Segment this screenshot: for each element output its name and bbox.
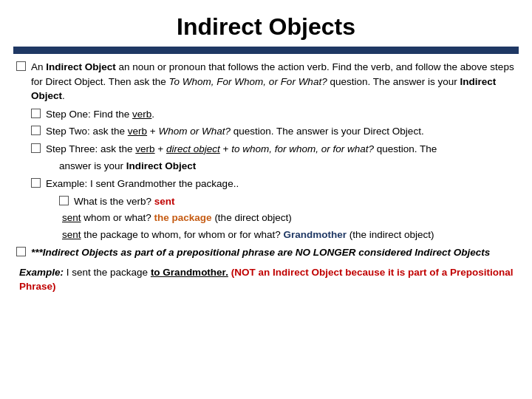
blue-bar [13, 47, 519, 54]
page: Indirect Objects An Indirect Object an n… [0, 0, 532, 399]
bullet-6: Example: I sent Grandmother the package.… [31, 177, 516, 191]
bullet-2: Step One: Find the verb. [31, 107, 516, 122]
bullet-8: sent whom or what? the package (the dire… [59, 211, 516, 225]
bullet-text-6: Example: I sent Grandmother the package.… [46, 177, 516, 191]
bullet-text-11: Example: I sent the package to Grandmoth… [19, 267, 514, 293]
page-title: Indirect Objects [13, 7, 519, 47]
bullet-1: An Indirect Object an noun or pronoun th… [16, 60, 516, 103]
bullet-10: ***Indirect Objects as part of a preposi… [16, 245, 516, 260]
bullet-text-9: sent the package to whom, for whom or fo… [62, 228, 516, 242]
bullet-3: Step Two: ask the verb + Whom or What? q… [31, 124, 516, 139]
checkbox-3[interactable] [31, 126, 41, 135]
bullet-text-8: sent whom or what? the package (the dire… [62, 211, 516, 225]
checkbox-10[interactable] [16, 247, 26, 256]
checkbox-2[interactable] [31, 109, 41, 118]
checkbox-7[interactable] [59, 196, 69, 205]
bullet-text-2: Step One: Find the verb. [46, 107, 516, 122]
bullet-text-10: ***Indirect Objects as part of a preposi… [31, 245, 516, 260]
bullet-text-3: Step Two: ask the verb + Whom or What? q… [46, 124, 516, 139]
checkbox-6[interactable] [31, 178, 41, 188]
bullet-5-indent: answer is your Indirect Object [59, 159, 516, 174]
bullet-11: Example: I sent the package to Grandmoth… [19, 265, 516, 294]
checkbox-1[interactable] [16, 61, 26, 71]
bullet-text-7: What is the verb? sent [74, 194, 516, 209]
content-area: An Indirect Object an noun or pronoun th… [13, 60, 519, 392]
bullet-text-1: An Indirect Object an noun or pronoun th… [31, 60, 516, 103]
bullet-4: Step Three: ask the verb + direct object… [31, 142, 516, 157]
checkbox-4[interactable] [31, 143, 41, 153]
bullet-text-4: Step Three: ask the verb + direct object… [46, 142, 516, 157]
bullet-text-5: answer is your Indirect Object [59, 159, 516, 174]
bullet-7: What is the verb? sent [59, 194, 516, 209]
bullet-9: sent the package to whom, for whom or fo… [59, 228, 516, 242]
